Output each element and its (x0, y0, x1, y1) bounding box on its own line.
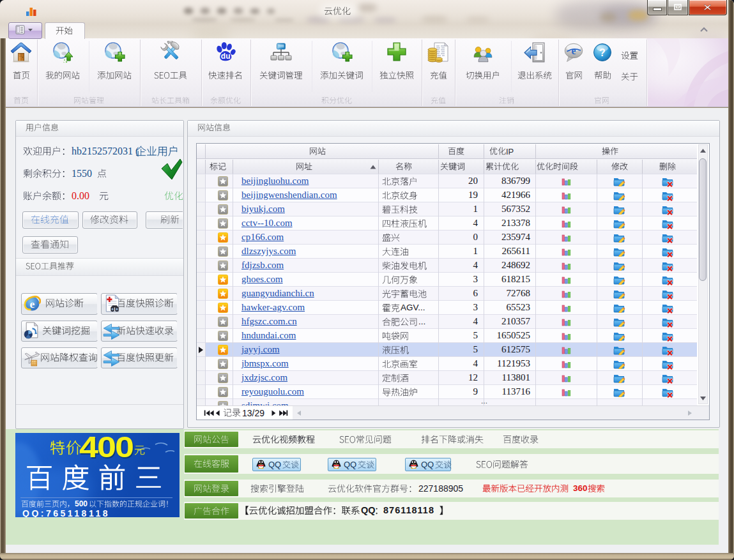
svg-text:du: du (221, 52, 231, 61)
svg-text:e: e (30, 298, 35, 310)
svg-text:e: e (571, 45, 576, 56)
svg-text:?: ? (599, 47, 606, 58)
